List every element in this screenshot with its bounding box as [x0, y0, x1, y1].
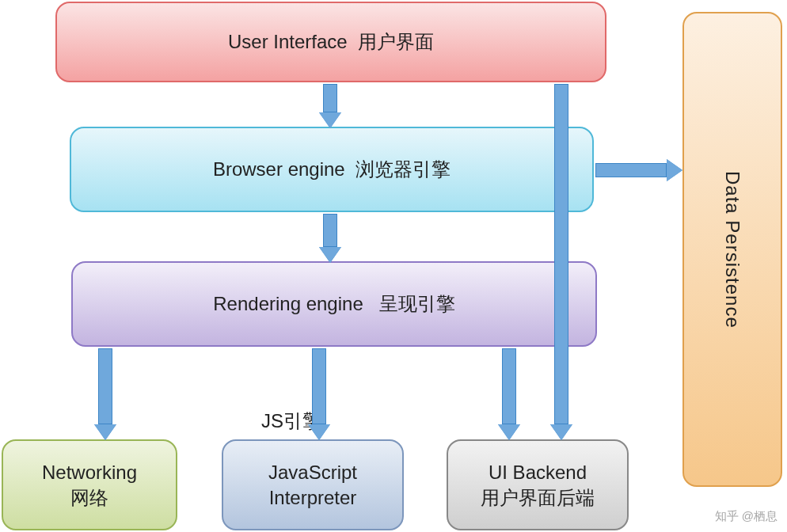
label-js-en-1: JavaScript [268, 460, 357, 484]
box-networking: Networking 网络 [2, 439, 177, 530]
label-networking-cn: 网络 [70, 485, 108, 510]
watermark: 知乎 @栖息 [715, 509, 777, 524]
label-browser-en: Browser engine [213, 157, 345, 181]
label-ui-cn: 用户界面 [358, 29, 434, 54]
label-rendering-cn: 呈现引擎 [379, 291, 455, 316]
label-ui-en: User Interface [228, 29, 348, 54]
label-uibackend-cn: 用户界面后端 [481, 485, 595, 510]
box-browser-engine: Browser engine 浏览器引擎 [70, 127, 594, 212]
label-persist-en: Data Persistence [720, 171, 744, 329]
box-ui-backend: UI Backend 用户界面后端 [447, 439, 629, 530]
label-browser-cn: 浏览器引擎 [355, 157, 451, 181]
box-data-persistence: Data Persistence [682, 12, 782, 487]
label-rendering-en: Rendering engine [213, 291, 363, 316]
label-js-en-2: Interpreter [269, 485, 357, 510]
label-uibackend-en: UI Backend [489, 460, 587, 484]
box-rendering-engine: Rendering engine 呈现引擎 [71, 261, 597, 347]
box-user-interface: User Interface 用户界面 [55, 2, 606, 82]
label-networking-en: Networking [42, 460, 137, 484]
box-js-interpreter: JavaScript Interpreter [222, 439, 404, 530]
